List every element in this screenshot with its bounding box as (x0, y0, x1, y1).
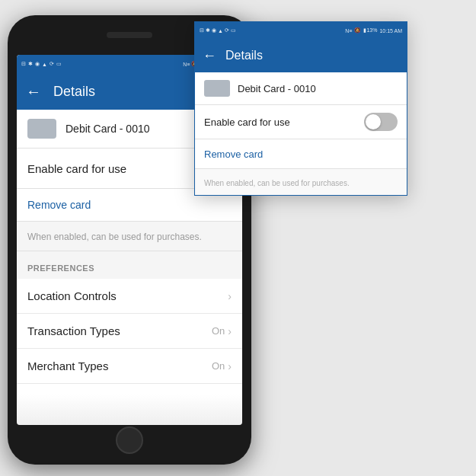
popup-card-icon (204, 80, 230, 97)
popup-sync-icon: ⟳ (225, 27, 229, 34)
location-controls-row[interactable]: Location Controls › (17, 279, 242, 314)
card-icon (27, 119, 56, 139)
popup-toolbar: ← Details (195, 39, 407, 72)
sync-icon: ⟳ (50, 61, 54, 67)
popup-bluetooth-icon: ✱ (206, 27, 210, 34)
status-bar-left-icons: ⊟ ✱ ◉ ▲ ⟳ ▭ (21, 61, 62, 67)
popup-status-bar: ⊟ ✱ ◉ ▲ ⟳ ▭ N≡ 🔕 ▮13% 10:15 AM (195, 22, 407, 39)
merchant-types-label: Merchant Types (27, 359, 108, 372)
signal-icon: ▲ (42, 62, 47, 67)
popup-signal-icon: ▲ (218, 28, 223, 34)
popup-helper-text: When enabled, can be used for purchases. (204, 179, 350, 187)
remove-card-link[interactable]: Remove card (27, 199, 91, 211)
merchant-types-right: On › (212, 360, 232, 372)
transaction-types-row[interactable]: Transaction Types On › (17, 314, 242, 349)
back-button[interactable]: ← (26, 83, 41, 101)
network-icon: N≡ (183, 62, 190, 67)
section-label-text: PREFERENCES (27, 264, 94, 273)
phone-home-button[interactable] (116, 426, 143, 454)
toolbar-title: Details (53, 84, 95, 100)
popup-helper-row: When enabled, can be used for purchases. (195, 169, 407, 195)
popup-screen-icon: ▭ (231, 27, 236, 34)
popup-enable-toggle-row[interactable]: Enable card for use (195, 105, 407, 139)
bluetooth-icon: ✱ (28, 61, 33, 67)
location-controls-label: Location Controls (27, 289, 117, 302)
transaction-types-value: On (212, 325, 225, 337)
phone-speaker (107, 32, 152, 38)
popup-location-icon: ◉ (212, 27, 216, 34)
transaction-types-right: On › (212, 325, 232, 337)
location-controls-chevron: › (228, 290, 232, 302)
popup-status-left-icons: ⊟ ✱ ◉ ▲ ⟳ ▭ (200, 27, 236, 34)
location-controls-right: › (228, 290, 232, 302)
popup-enable-card-toggle[interactable] (364, 113, 398, 131)
popup-mute-icon: 🔕 (354, 27, 361, 34)
popup-wifi-icon: ⊟ (200, 27, 204, 34)
screen-fade (17, 395, 242, 425)
popup-toolbar-title: Details (225, 49, 263, 62)
popup-battery-icon: ▮13% (363, 27, 377, 34)
popup-time: 10:15 AM (379, 28, 402, 34)
popup-remove-card-link[interactable]: Remove card (204, 149, 263, 160)
helper-text-content: When enabled, can be used for purchases. (27, 232, 202, 242)
card-name: Debit Card - 0010 (65, 123, 150, 135)
popup-network-icon: N≡ (345, 28, 352, 34)
popup-card-item[interactable]: Debit Card - 0010 (195, 72, 407, 105)
popup-window: ⊟ ✱ ◉ ▲ ⟳ ▭ N≡ 🔕 ▮13% 10:15 AM ← Details… (194, 21, 407, 196)
popup-remove-card-row[interactable]: Remove card (195, 139, 407, 169)
location-icon: ◉ (35, 61, 40, 67)
merchant-types-row[interactable]: Merchant Types On › (17, 349, 242, 384)
popup-card-name: Debit Card - 0010 (238, 83, 316, 94)
popup-status-right: N≡ 🔕 ▮13% 10:15 AM (345, 27, 402, 34)
merchant-types-chevron: › (228, 360, 232, 372)
transaction-types-chevron: › (228, 325, 232, 337)
screen-icon: ▭ (56, 61, 62, 67)
popup-enable-card-label: Enable card for use (204, 117, 290, 128)
popup-back-button[interactable]: ← (203, 48, 216, 64)
wifi-icon: ⊟ (21, 61, 26, 67)
preferences-section: PREFERENCES (17, 251, 242, 279)
enable-card-label: Enable card for use (27, 162, 126, 175)
helper-text-row: When enabled, can be used for purchases. (17, 222, 242, 251)
merchant-types-value: On (212, 360, 225, 372)
transaction-types-label: Transaction Types (27, 324, 120, 337)
